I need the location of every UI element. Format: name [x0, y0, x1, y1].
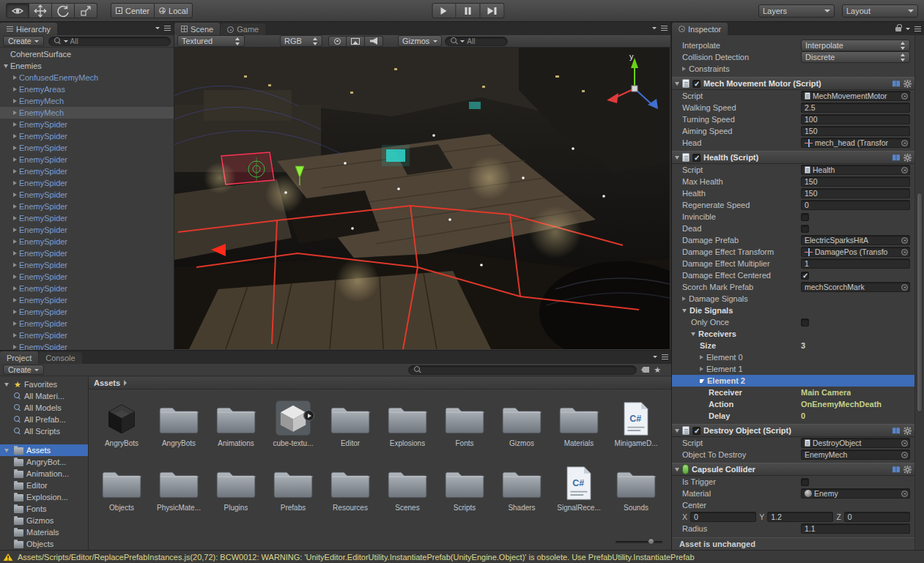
asset-item[interactable]: Plugins — [207, 460, 265, 524]
hierarchy-item[interactable]: EnemySpider — [0, 236, 174, 247]
fold-arrow-icon[interactable] — [13, 216, 17, 220]
hierarchy-create-button[interactable]: Create — [3, 36, 44, 46]
fold-arrow-icon[interactable] — [13, 87, 17, 92]
fold-arrow-icon[interactable] — [13, 146, 17, 150]
object-field[interactable]: Enemy — [801, 488, 910, 499]
asset-item[interactable]: Gizmos — [493, 395, 550, 460]
project-tree-item[interactable]: Objects — [0, 538, 88, 550]
layers-dropdown[interactable]: Layers — [758, 4, 835, 18]
hierarchy-item[interactable]: EnemySpider — [0, 318, 174, 329]
project-tree-item[interactable]: Editor — [0, 480, 88, 491]
audio-toggle[interactable] — [365, 36, 383, 47]
asset-item[interactable]: Sounds — [607, 460, 665, 524]
panel-menu-icon[interactable] — [164, 26, 171, 31]
fold-arrow-icon[interactable] — [13, 181, 17, 185]
enum-dropdown[interactable]: Discrete — [801, 51, 910, 63]
fold-arrow-icon[interactable] — [13, 333, 17, 338]
checkbox[interactable] — [801, 478, 809, 486]
project-tree-item[interactable]: All Materi... — [0, 390, 88, 402]
object-field[interactable]: ElectricSparksHitA — [801, 235, 910, 245]
help-book-icon[interactable] — [892, 154, 901, 162]
hierarchy-item[interactable]: EnemySpider — [0, 177, 174, 189]
object-picker-icon[interactable] — [901, 491, 908, 497]
asset-item[interactable]: Scenes — [379, 460, 436, 524]
favorites-filter-icon[interactable]: ★ — [654, 366, 661, 373]
gear-icon[interactable] — [903, 80, 912, 88]
value-field[interactable]: 100 — [801, 114, 910, 124]
asset-item[interactable]: Objects — [93, 460, 150, 524]
asset-item[interactable]: C#SignalRece... — [550, 460, 607, 524]
asset-item[interactable]: Explosions — [379, 395, 436, 460]
fold-arrow-icon[interactable] — [700, 367, 703, 371]
slider-thumb[interactable] — [648, 538, 654, 545]
object-picker-icon[interactable] — [901, 237, 908, 244]
inspector-row[interactable]: Receivers — [672, 328, 914, 340]
fold-arrow-icon[interactable] — [700, 355, 703, 359]
hierarchy-item[interactable]: EnemySpider — [0, 130, 174, 142]
fold-arrow-icon[interactable] — [682, 67, 686, 71]
hierarchy-item[interactable]: EnemySpider — [0, 224, 174, 236]
hierarchy-item[interactable]: EnemySpider — [0, 341, 174, 350]
inspector-row[interactable]: Element 1 — [672, 363, 914, 375]
fold-arrow-icon[interactable] — [13, 298, 17, 302]
asset-item[interactable]: Materials — [550, 395, 607, 460]
asset-item[interactable]: Animations — [207, 395, 265, 460]
fold-arrow-icon[interactable] — [4, 64, 8, 68]
panel-chevron-icon[interactable] — [652, 27, 657, 29]
tab-game[interactable]: Game — [221, 23, 265, 35]
fold-arrow-icon[interactable] — [13, 310, 17, 314]
panel-menu-icon[interactable] — [661, 26, 668, 31]
object-field[interactable]: EnemyMech — [801, 450, 910, 460]
fold-arrow-icon[interactable] — [700, 379, 704, 383]
object-picker-icon[interactable] — [901, 167, 908, 174]
help-book-icon[interactable] — [892, 466, 901, 474]
inspector-row[interactable]: Die Signals — [672, 305, 914, 316]
hierarchy-item[interactable]: EnemySpider — [0, 189, 174, 201]
fold-arrow-icon[interactable] — [13, 275, 17, 279]
component-header[interactable]: Capsule Collider — [672, 463, 914, 476]
project-tree-item[interactable]: All Models — [0, 402, 88, 414]
project-search-input[interactable] — [408, 365, 637, 375]
project-create-button[interactable]: Create — [3, 365, 44, 375]
hierarchy-item[interactable]: EnemySpider — [0, 271, 174, 283]
inspector-scrollbar[interactable] — [914, 35, 924, 550]
fold-arrow-icon[interactable] — [13, 75, 17, 80]
fold-arrow-icon[interactable] — [4, 449, 9, 452]
asset-item[interactable]: PhysicMate... — [150, 460, 207, 524]
preview-play-icon[interactable] — [303, 410, 314, 421]
hierarchy-item[interactable]: EnemySpider — [0, 259, 174, 271]
asset-item[interactable]: Editor — [322, 395, 379, 460]
gizmos-dropdown[interactable]: Gizmos — [398, 35, 442, 47]
asset-item[interactable]: Prefabs — [265, 460, 322, 524]
axis-field[interactable]: 0 — [690, 512, 756, 522]
scene-viewport[interactable]: y — [174, 48, 670, 349]
help-book-icon[interactable] — [892, 80, 901, 88]
gear-icon[interactable] — [903, 427, 912, 435]
component-header[interactable]: Destroy Object (Script) — [672, 424, 914, 437]
fold-arrow-icon[interactable] — [13, 134, 17, 138]
hierarchy-item[interactable]: EnemySpider — [0, 212, 174, 224]
value-field[interactable]: 150 — [801, 188, 910, 198]
project-tree-item[interactable]: Animation... — [0, 468, 88, 480]
inspector-row[interactable]: Element 0 — [672, 351, 914, 363]
asset-item[interactable]: AngryBots — [150, 395, 207, 460]
fold-arrow-icon[interactable] — [13, 239, 17, 244]
object-field[interactable]: Health — [801, 165, 910, 175]
hierarchy-item[interactable]: EnemySpider — [0, 283, 174, 294]
layout-dropdown[interactable]: Layout — [842, 4, 918, 18]
panel-chevron-icon[interactable] — [155, 27, 160, 29]
hierarchy-item[interactable]: EnemyMech — [0, 95, 174, 107]
fold-arrow-icon[interactable] — [682, 309, 687, 313]
component-header[interactable]: Health (Script) — [672, 151, 914, 164]
move-tool-button[interactable] — [29, 3, 52, 18]
project-tree-item[interactable]: AngryBot... — [0, 456, 88, 468]
scrollbar-thumb[interactable] — [917, 193, 923, 412]
scene-search-input[interactable]: All — [445, 37, 508, 46]
fold-arrow-icon[interactable] — [682, 297, 686, 301]
tab-inspector[interactable]: Inspector — [672, 23, 728, 35]
tab-console[interactable]: Console — [39, 352, 81, 364]
value-field[interactable]: 150 — [801, 126, 910, 136]
hierarchy-item[interactable]: EnemyMech — [0, 107, 174, 119]
fold-arrow-icon[interactable] — [13, 204, 17, 209]
inspector-row[interactable]: Damage Signals — [672, 293, 914, 305]
